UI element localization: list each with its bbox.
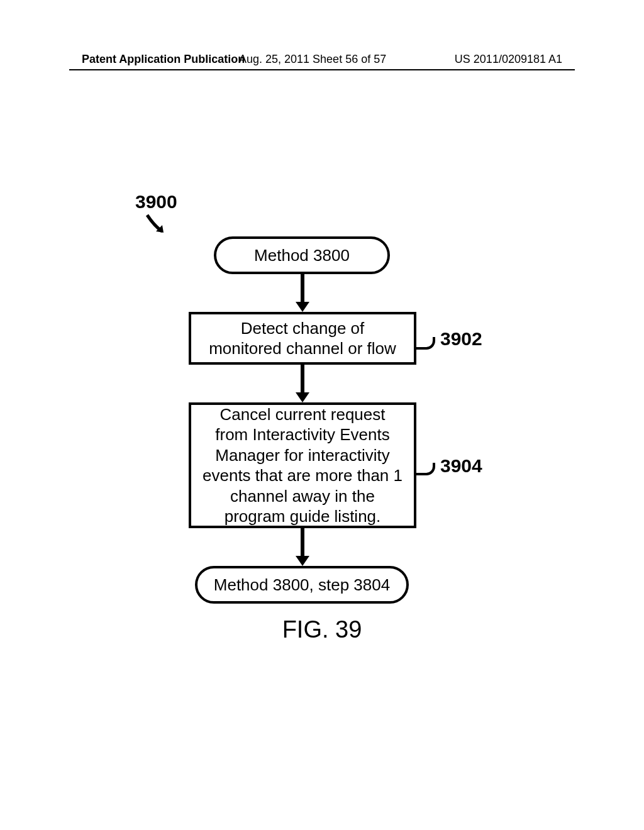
header-divider [69,69,575,70]
flow-connector [301,365,304,395]
figure-caption: FIG. 39 [0,616,644,643]
reference-arrow-icon [145,213,170,238]
flow-connector [301,274,304,304]
header-date-sheet: Aug. 25, 2011 Sheet 56 of 57 [239,53,386,66]
arrowhead-icon [296,302,309,312]
flow-connector [301,528,304,558]
arrowhead-icon [296,392,309,402]
arrowhead-icon [296,556,309,566]
header-pub-type: Patent Application Publication [82,53,245,66]
flow-terminal-end: Method 3800, step 3804 [195,566,409,604]
flow-terminal-start-label: Method 3800 [254,246,350,265]
flow-process-cancel-request: Cancel current request from Interactivit… [189,402,416,528]
flow-process-label: Detect change of monitored channel or fl… [203,318,402,359]
flow-terminal-start: Method 3800 [214,236,390,274]
callout-connector-icon [416,463,435,475]
reference-label-3904: 3904 [440,455,482,477]
header-doc-number: US 2011/0209181 A1 [455,53,562,66]
flow-terminal-end-label: Method 3800, step 3804 [214,575,390,595]
callout-connector-icon [416,337,435,350]
flowchart-reference-number: 3900 [135,191,177,213]
reference-label-3902: 3902 [440,328,482,350]
flow-process-detect-change: Detect change of monitored channel or fl… [189,312,416,365]
flow-process-label: Cancel current request from Interactivit… [203,404,402,527]
